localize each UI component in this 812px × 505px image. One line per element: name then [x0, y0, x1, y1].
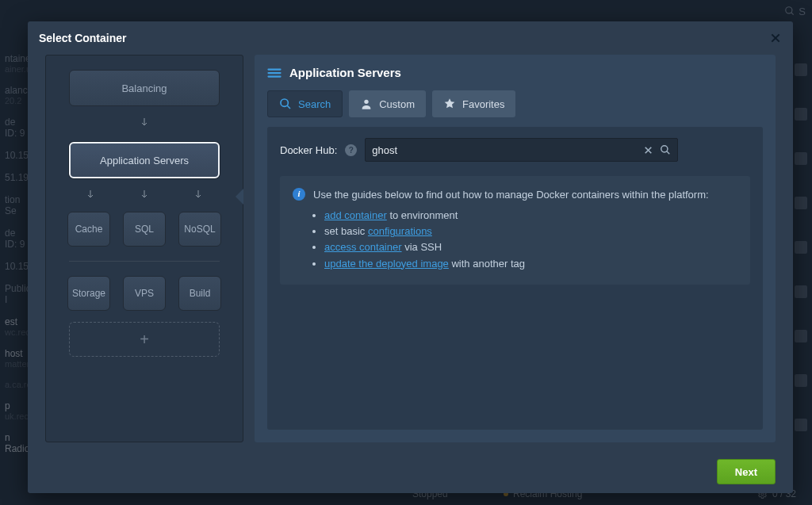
bullet-configurations: set basic configurations: [324, 224, 737, 239]
topology-balancing[interactable]: Balancing: [69, 70, 220, 106]
star-icon: [443, 98, 456, 110]
link-add-container[interactable]: add container: [324, 209, 387, 221]
search-button[interactable]: [660, 144, 671, 155]
tab-favorites[interactable]: Favorites: [432, 90, 515, 117]
svg-point-12: [281, 99, 288, 106]
next-button[interactable]: Next: [717, 459, 776, 484]
modal-title: Select Container: [39, 32, 126, 44]
topology-cache[interactable]: Cache: [67, 212, 110, 247]
search-input[interactable]: [372, 144, 637, 156]
search-icon: [279, 98, 292, 110]
arrow-down-icon: [140, 117, 149, 131]
bullet-add-container: add container to environment: [324, 208, 737, 224]
svg-line-18: [667, 151, 670, 155]
close-icon: [769, 32, 782, 44]
menu-icon: [267, 67, 282, 78]
modal-overlay: Select Container Balancing Application S…: [0, 0, 812, 505]
search-area: Docker Hub: ?: [267, 127, 763, 430]
tab-search[interactable]: Search: [267, 90, 343, 117]
svg-point-17: [661, 146, 668, 152]
topology-add-button[interactable]: +: [69, 322, 220, 357]
arrow-row: [86, 189, 203, 201]
info-icon: i: [293, 188, 305, 201]
arrow-down-icon: [193, 189, 203, 201]
topology-panel: Balancing Application Servers Cache SQL …: [45, 55, 243, 442]
tab-custom[interactable]: Custom: [349, 90, 426, 117]
right-panel: Application Servers Search Custom Favori…: [255, 55, 776, 442]
bullet-access-container: access container via SSH: [324, 239, 737, 255]
svg-point-14: [365, 100, 369, 104]
select-container-modal: Select Container Balancing Application S…: [28, 21, 793, 493]
link-access-container[interactable]: access container: [324, 241, 402, 253]
bullet-update-image: update the deployed image with another t…: [324, 256, 737, 272]
topology-pointer-icon: [236, 189, 243, 205]
topology-sql[interactable]: SQL: [123, 212, 166, 247]
info-intro: Use the guides below to find out how to …: [313, 187, 709, 203]
arrow-down-icon: [86, 189, 95, 201]
info-bullets: add container to environment set basic c…: [324, 208, 737, 272]
search-field[interactable]: [365, 138, 678, 162]
arrow-down-icon: [140, 189, 149, 201]
close-icon: [643, 145, 653, 155]
right-panel-heading: Application Servers: [267, 66, 763, 79]
topology-app-servers[interactable]: Application Servers: [69, 142, 220, 178]
topology-build[interactable]: Build: [178, 276, 221, 311]
link-configurations[interactable]: configurations: [368, 225, 432, 237]
search-icon: [660, 144, 671, 155]
docker-hub-label: Docker Hub:: [280, 144, 337, 156]
info-box: i Use the guides below to find out how t…: [280, 176, 750, 285]
topology-vps[interactable]: VPS: [123, 276, 166, 311]
help-icon[interactable]: ?: [345, 144, 357, 156]
divider: [69, 261, 220, 262]
search-row: Docker Hub: ?: [280, 138, 750, 162]
clear-button[interactable]: [643, 145, 653, 155]
topology-nosql[interactable]: NoSQL: [178, 212, 221, 247]
modal-header: Select Container: [28, 21, 793, 55]
close-button[interactable]: [769, 32, 782, 44]
link-update-image[interactable]: update the deployed image: [324, 258, 449, 270]
svg-line-13: [287, 105, 290, 109]
modal-footer: Next: [28, 450, 793, 493]
tabs: Search Custom Favorites: [267, 90, 763, 117]
topology-storage[interactable]: Storage: [67, 276, 110, 311]
user-icon: [360, 98, 373, 110]
